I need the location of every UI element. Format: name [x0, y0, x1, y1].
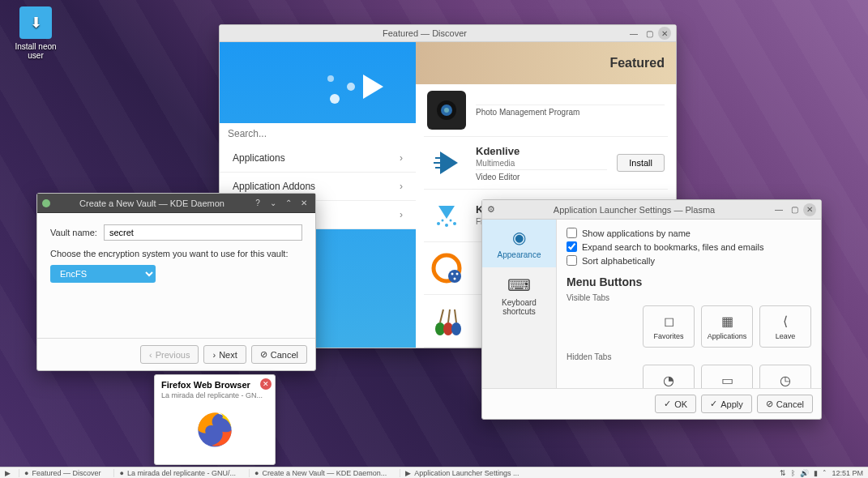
- minimize-button[interactable]: —: [627, 27, 640, 40]
- spiral-icon: [427, 249, 466, 288]
- close-button[interactable]: ✕: [658, 27, 671, 40]
- task-discover[interactable]: ●Featured — Discover: [19, 469, 105, 477]
- plasma-icon: ⚙: [487, 204, 495, 215]
- task-vault[interactable]: ●Create a New Vault — KDE Daemon...: [249, 469, 391, 477]
- svg-marker-11: [438, 206, 455, 219]
- minimize-button[interactable]: ⌄: [267, 197, 280, 210]
- help-button[interactable]: ?: [251, 197, 264, 210]
- app-row[interactable]: Kdenlive Multimedia Video Editor Install: [424, 137, 668, 190]
- svg-point-24: [451, 322, 461, 335]
- discover-title: Featured — Discover: [224, 28, 625, 38]
- tab-leave[interactable]: ⟨Leave: [759, 305, 811, 348]
- app-icon: ●: [254, 469, 259, 477]
- system-tray[interactable]: ⇅ ᛒ 🔊 ▮ ˄ 12:51 PM: [780, 469, 863, 477]
- ok-button[interactable]: ✓OK: [655, 395, 696, 413]
- monitor-icon: ▭: [721, 373, 733, 388]
- settings-sidebar: ◉ Appearance ⌨ Keyboard shortcuts: [482, 220, 557, 388]
- plasma-titlebar[interactable]: ⚙ Application Launcher Settings — Plasma…: [482, 200, 821, 220]
- chk-expand-search[interactable]: Expand search to bookmarks, files and em…: [567, 240, 811, 254]
- svg-point-18: [448, 270, 461, 283]
- keyboard-icon: ⌨: [485, 275, 553, 295]
- svg-point-14: [453, 222, 456, 225]
- bookmark-icon: ◻: [664, 314, 674, 329]
- maximize-button[interactable]: ⌃: [282, 197, 295, 210]
- sidebar-item-shortcuts[interactable]: ⌨ Keyboard shortcuts: [482, 267, 556, 324]
- plasma-title: Application Launcher Settings — Plasma: [498, 205, 770, 215]
- install-button[interactable]: Install: [617, 154, 665, 172]
- chk-sort-alpha[interactable]: Sort alphabetically: [567, 254, 811, 267]
- svg-point-13: [445, 224, 448, 227]
- chevron-right-icon: ›: [400, 152, 403, 164]
- featured-banner: Featured: [416, 42, 676, 84]
- tab-computer[interactable]: ▭Computer: [701, 365, 753, 388]
- app-icon: [42, 199, 50, 207]
- cancel-icon: ⊘: [260, 349, 267, 360]
- download-icon: [427, 196, 466, 235]
- desktop-icon-label: Install neon user: [10, 42, 62, 60]
- vault-window: Create a New Vault — KDE Daemon ? ⌄ ⌃ ✕ …: [36, 193, 316, 371]
- vault-titlebar[interactable]: Create a New Vault — KDE Daemon ? ⌄ ⌃ ✕: [37, 194, 315, 213]
- svg-point-2: [327, 75, 334, 82]
- vault-name-input[interactable]: [104, 224, 302, 241]
- clock-icon: ◷: [780, 373, 791, 388]
- close-button[interactable]: ✕: [297, 197, 310, 210]
- minimize-button[interactable]: —: [772, 203, 785, 216]
- start-button[interactable]: ▶: [5, 469, 11, 477]
- firefox-sub: La mirada del replicante - GN...: [161, 391, 268, 399]
- search-input[interactable]: [220, 123, 416, 144]
- firefox-name: Firefox Web Browser: [161, 380, 268, 390]
- discover-titlebar[interactable]: Featured — Discover — ▢ ✕: [220, 25, 676, 42]
- svg-point-0: [330, 94, 340, 104]
- apply-button[interactable]: ✓Apply: [701, 395, 752, 413]
- chevron-left-icon: ‹: [149, 350, 152, 360]
- maximize-button[interactable]: ▢: [643, 27, 656, 40]
- tab-favorites[interactable]: ◻Favorites: [643, 305, 695, 348]
- category-applications[interactable]: Applications ›: [220, 144, 416, 173]
- firefox-icon: [190, 404, 239, 453]
- appearance-icon: ◉: [485, 228, 553, 247]
- chk-show-by-name[interactable]: Show applications by name: [567, 226, 811, 240]
- visible-tabs-label: Visible Tabs: [567, 293, 811, 302]
- next-button[interactable]: ›Next: [203, 345, 246, 364]
- svg-line-25: [440, 309, 443, 322]
- discover-brand: [220, 42, 416, 123]
- hidden-tabs-label: Hidden Tabs: [567, 352, 811, 361]
- app-row[interactable]: Photo Management Program: [424, 84, 668, 137]
- svg-marker-3: [363, 75, 383, 99]
- discover-logo-icon: [319, 62, 391, 111]
- svg-line-27: [455, 309, 456, 322]
- tab-applications[interactable]: ▦Applications: [701, 305, 753, 348]
- task-firefox[interactable]: ●La mirada del replicante - GNU/...: [113, 469, 241, 477]
- encryption-select[interactable]: EncFS: [50, 265, 156, 283]
- desktop-icon-install-neon[interactable]: ⬇ Install neon user: [10, 6, 62, 60]
- chevron-left-icon: ⟨: [783, 314, 788, 329]
- volume-icon[interactable]: 🔊: [800, 469, 809, 477]
- firefox-icon: ●: [119, 469, 123, 477]
- svg-marker-7: [440, 152, 458, 174]
- bluetooth-icon[interactable]: ᛒ: [791, 469, 795, 477]
- tab-often-used[interactable]: ◔Often Used: [643, 365, 695, 388]
- settings-main: Show applications by name Expand search …: [557, 220, 821, 388]
- clock[interactable]: 12:51 PM: [832, 469, 863, 477]
- check-icon: ✓: [710, 399, 717, 409]
- svg-point-16: [450, 220, 452, 222]
- sidebar-item-appearance[interactable]: ◉ Appearance: [482, 220, 556, 267]
- cancel-icon: ⊘: [766, 399, 773, 409]
- svg-point-21: [454, 278, 456, 280]
- network-icon[interactable]: ⇅: [780, 469, 786, 477]
- download-icon: ⬇: [19, 6, 52, 39]
- chevron-right-icon: ›: [400, 181, 403, 192]
- maximize-button[interactable]: ▢: [788, 203, 801, 216]
- close-button[interactable]: ✕: [803, 203, 816, 216]
- chevron-up-icon[interactable]: ˄: [823, 469, 827, 477]
- tab-history[interactable]: ◷History: [759, 365, 811, 388]
- cancel-button[interactable]: ⊘Cancel: [251, 345, 307, 364]
- menu-buttons-heading: Menu Buttons: [567, 275, 811, 288]
- battery-icon[interactable]: ▮: [814, 469, 818, 477]
- firefox-tooltip: ✕ Firefox Web Browser La mirada del repl…: [154, 374, 276, 465]
- close-icon[interactable]: ✕: [260, 378, 272, 390]
- task-plasma[interactable]: ▶Application Launcher Settings ...: [400, 469, 524, 477]
- launcher-settings-window: ⚙ Application Launcher Settings — Plasma…: [481, 199, 822, 420]
- cancel-button[interactable]: ⊘Cancel: [757, 395, 813, 413]
- pie-icon: ◔: [663, 373, 674, 388]
